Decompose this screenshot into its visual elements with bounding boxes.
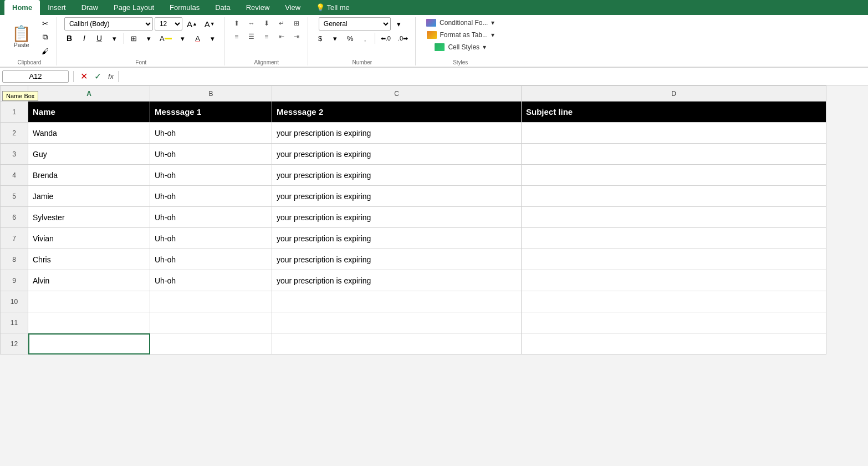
currency-button[interactable]: $ [314, 32, 327, 45]
copy-button[interactable]: ⧉ [38, 31, 52, 43]
formula-input[interactable] [121, 70, 866, 83]
paste-button[interactable]: 📋 Paste [7, 23, 36, 51]
increase-decimal-button[interactable]: .0➡ [395, 32, 411, 45]
sheet-table-wrap[interactable]: A B C D 1NameMesssage 1Messsage 2Subject… [0, 85, 868, 354]
cell-2-0[interactable]: Wanda [28, 123, 150, 144]
grow-font-button[interactable]: A▲ [184, 17, 200, 31]
percent-button[interactable]: % [344, 32, 357, 45]
cell-11-1[interactable] [150, 312, 272, 333]
decrease-indent-button[interactable]: ⇤ [275, 31, 288, 43]
align-bottom-button[interactable]: ⬇ [260, 17, 273, 29]
borders-dropdown[interactable]: ▾ [142, 32, 155, 45]
cell-9-2[interactable]: your prescription is expiring [272, 270, 522, 291]
tab-tell-me[interactable]: 💡 Tell me [308, 0, 358, 15]
cell-7-1[interactable]: Uh-oh [150, 228, 272, 249]
font-color-dropdown[interactable]: ▾ [206, 32, 219, 45]
tab-draw[interactable]: Draw [74, 0, 106, 15]
formula-confirm-button[interactable]: ✓ [92, 71, 104, 82]
currency-dropdown[interactable]: ▾ [329, 32, 342, 45]
bold-button[interactable]: B [63, 32, 76, 45]
cell-4-2[interactable]: your prescription is expiring [272, 165, 522, 186]
borders-button[interactable]: ⊞ [127, 32, 140, 45]
cell-12-0[interactable] [28, 333, 150, 354]
cell-12-1[interactable] [150, 333, 272, 354]
comma-button[interactable]: , [359, 32, 372, 45]
cell-3-1[interactable]: Uh-oh [150, 144, 272, 165]
format-painter-button[interactable]: 🖌 [38, 45, 52, 57]
cell-1-0[interactable]: Name [28, 102, 150, 123]
shrink-font-button[interactable]: A▼ [202, 17, 218, 31]
number-format-dropdown[interactable]: ▾ [392, 17, 406, 31]
cell-4-1[interactable]: Uh-oh [150, 165, 272, 186]
cell-styles-button[interactable]: Cell Styles ▾ [430, 42, 491, 53]
cell-12-3[interactable] [522, 333, 826, 354]
align-center-button[interactable]: ☰ [245, 31, 258, 43]
align-left-button[interactable]: ≡ [230, 31, 243, 43]
italic-button[interactable]: I [78, 32, 91, 45]
cell-10-1[interactable] [150, 291, 272, 312]
number-format-select[interactable]: General Number Currency Date Percentage [319, 17, 391, 31]
align-middle-button[interactable]: ↔ [245, 17, 258, 29]
decrease-decimal-button[interactable]: ⬅.0 [378, 32, 394, 45]
underline-dropdown[interactable]: ▾ [108, 32, 121, 45]
formula-fx-button[interactable]: fx [106, 72, 116, 80]
cell-9-1[interactable]: Uh-oh [150, 270, 272, 291]
cell-8-2[interactable]: your prescription is expiring [272, 249, 522, 270]
formula-cancel-button[interactable]: ✕ [78, 71, 90, 82]
col-header-c[interactable]: C [272, 86, 522, 102]
increase-indent-button[interactable]: ⇥ [290, 31, 303, 43]
wrap-text-button[interactable]: ↵ [275, 17, 288, 29]
cell-styles-dropdown[interactable]: ▾ [483, 43, 486, 51]
font-color-button[interactable]: A [191, 32, 205, 45]
cell-2-3[interactable] [522, 123, 826, 144]
underline-button[interactable]: U [93, 32, 106, 45]
cell-3-0[interactable]: Guy [28, 144, 150, 165]
cell-4-3[interactable] [522, 165, 826, 186]
cell-4-0[interactable]: Brenda [28, 165, 150, 186]
cell-5-0[interactable]: Jamie [28, 186, 150, 207]
cell-10-0[interactable] [28, 291, 150, 312]
cell-8-3[interactable] [522, 249, 826, 270]
tab-home[interactable]: Home [4, 0, 40, 15]
tab-view[interactable]: View [277, 0, 308, 15]
cell-5-2[interactable]: your prescription is expiring [272, 186, 522, 207]
cell-6-2[interactable]: your prescription is expiring [272, 207, 522, 228]
cell-2-1[interactable]: Uh-oh [150, 123, 272, 144]
cell-9-0[interactable]: Alvin [28, 270, 150, 291]
cell-11-2[interactable] [272, 312, 522, 333]
cell-12-2[interactable] [272, 333, 522, 354]
cell-6-3[interactable] [522, 207, 826, 228]
format-as-table-button[interactable]: Format as Tab... ▾ [422, 29, 499, 40]
cell-9-3[interactable] [522, 270, 826, 291]
tab-formulas[interactable]: Formulas [162, 0, 207, 15]
font-size-select[interactable]: 12 891011 14161824 [155, 17, 182, 31]
cell-6-0[interactable]: Sylvester [28, 207, 150, 228]
align-right-button[interactable]: ≡ [260, 31, 273, 43]
cell-3-2[interactable]: your prescription is expiring [272, 144, 522, 165]
cell-8-0[interactable]: Chris [28, 249, 150, 270]
cell-5-3[interactable] [522, 186, 826, 207]
tab-data[interactable]: Data [207, 0, 238, 15]
cell-7-3[interactable] [522, 228, 826, 249]
format-as-table-dropdown[interactable]: ▾ [491, 31, 494, 39]
cell-2-2[interactable]: your prescription is expiring [272, 123, 522, 144]
conditional-formatting-dropdown[interactable]: ▾ [491, 19, 494, 27]
cell-5-1[interactable]: Uh-oh [150, 186, 272, 207]
col-header-a[interactable]: A [28, 86, 150, 102]
cell-7-2[interactable]: your prescription is expiring [272, 228, 522, 249]
cell-1-1[interactable]: Messsage 1 [150, 102, 272, 123]
cell-10-3[interactable] [522, 291, 826, 312]
cell-7-0[interactable]: Vivian [28, 228, 150, 249]
cell-3-3[interactable] [522, 144, 826, 165]
conditional-formatting-button[interactable]: Conditional Fo... ▾ [421, 17, 499, 28]
align-top-button[interactable]: ⬆ [230, 17, 243, 29]
fill-color-button[interactable]: A [157, 32, 175, 45]
cell-8-1[interactable]: Uh-oh [150, 249, 272, 270]
fill-dropdown[interactable]: ▾ [176, 32, 190, 45]
tab-insert[interactable]: Insert [40, 0, 74, 15]
cell-1-3[interactable]: Subject line [522, 102, 826, 123]
cell-11-0[interactable] [28, 312, 150, 333]
cell-10-2[interactable] [272, 291, 522, 312]
tab-review[interactable]: Review [238, 0, 278, 15]
cut-button[interactable]: ✂ [38, 17, 52, 29]
